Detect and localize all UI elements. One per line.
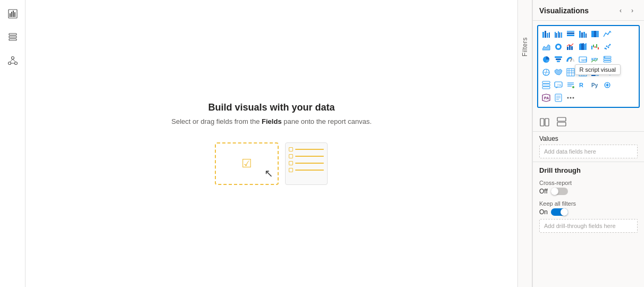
svg-rect-32 (596, 31, 599, 37)
area-chart-icon[interactable] (540, 41, 552, 53)
line-chart-icon[interactable] (601, 28, 613, 40)
values-section: Values Add data fields here (533, 132, 644, 162)
filters-panel[interactable]: Filters (517, 0, 532, 287)
keep-filters-toggle-on-text: On (539, 208, 548, 216)
svg-rect-85 (542, 81, 550, 83)
ribbon-icon[interactable] (577, 41, 589, 53)
cross-report-toggle[interactable] (551, 188, 568, 195)
svg-rect-52 (557, 61, 560, 62)
svg-rect-15 (545, 31, 546, 38)
100-stacked-bar-icon[interactable] (589, 28, 601, 40)
waterfall-icon[interactable] (589, 41, 601, 53)
line-clustered-icon[interactable] (565, 41, 576, 53)
cursor-icon: ↖ (264, 167, 273, 180)
card-icon[interactable]: 123 (577, 54, 589, 65)
filled-map-icon[interactable] (553, 66, 564, 78)
paginated-vis-icon[interactable] (553, 92, 564, 104)
left-sidebar (0, 0, 26, 287)
keep-filters-group: Keep all filters On (539, 200, 638, 216)
vis-row-2 (540, 41, 637, 53)
svg-text:123: 123 (581, 58, 587, 62)
svg-point-45 (608, 47, 609, 48)
scatter-icon[interactable] (601, 41, 613, 53)
svg-point-10 (14, 62, 17, 65)
svg-rect-86 (542, 84, 550, 86)
svg-rect-31 (594, 31, 596, 37)
svg-point-48 (608, 45, 609, 46)
nav-prev-button[interactable]: ‹ (615, 5, 626, 16)
keep-filters-toggle-wrap: On (539, 208, 638, 216)
kpi-icon[interactable]: KPI (589, 54, 601, 65)
svg-point-44 (606, 46, 608, 47)
clustered-column-icon[interactable] (577, 28, 589, 40)
model-sidebar-icon[interactable] (3, 51, 22, 70)
illus-dot (289, 147, 293, 151)
svg-rect-6 (9, 36, 16, 38)
svg-rect-5 (9, 33, 16, 35)
r-script-icon[interactable]: R R script visual (577, 79, 589, 91)
svg-rect-7 (9, 39, 16, 40)
clustered-bar-icon[interactable] (553, 28, 564, 40)
nav-next-button[interactable]: › (627, 5, 638, 16)
svg-line-11 (10, 60, 12, 62)
svg-rect-40 (595, 46, 596, 48)
illustration-list-box (285, 142, 328, 185)
vis-row-6: PA (540, 92, 637, 104)
funnel-icon[interactable] (553, 54, 564, 65)
field-wells (533, 112, 644, 132)
svg-rect-111 (557, 117, 566, 121)
donut-icon[interactable] (553, 41, 564, 53)
keep-filters-toggle[interactable] (551, 208, 568, 216)
panel-header: Visualizations ‹ › (533, 0, 644, 21)
vis-row-3: 123 KPI (540, 54, 637, 65)
map-icon[interactable] (540, 66, 552, 78)
power-apps-icon[interactable]: PA (540, 92, 552, 104)
field-well-columns-icon[interactable] (537, 114, 552, 129)
canvas-content: Build visuals with your data Select or d… (171, 102, 372, 185)
cross-report-toggle-knob (551, 188, 558, 195)
svg-text:?A: ?A (557, 83, 562, 87)
svg-rect-2 (11, 12, 12, 17)
arcgis-icon[interactable] (601, 79, 613, 91)
keep-filters-label: Keep all filters (539, 200, 638, 207)
pie-icon[interactable] (540, 54, 552, 65)
svg-point-46 (609, 44, 611, 46)
multirow-card-icon[interactable] (540, 79, 552, 91)
smart-narrative-icon[interactable] (565, 79, 576, 91)
illus-row-3 (289, 161, 324, 165)
svg-rect-19 (556, 33, 557, 38)
svg-rect-29 (586, 33, 587, 38)
visualizations-panel: Visualizations ‹ › (532, 0, 644, 287)
svg-point-47 (606, 48, 607, 49)
stacked-bar-icon[interactable] (540, 28, 552, 40)
nav-arrows: ‹ › (615, 5, 638, 16)
svg-rect-14 (542, 32, 544, 38)
gauge-icon[interactable] (565, 54, 576, 65)
r-script-tooltip: R script visual (575, 64, 621, 75)
data-sidebar-icon[interactable] (3, 28, 22, 47)
q-and-a-icon[interactable]: ?A (553, 79, 564, 91)
svg-rect-63 (567, 69, 574, 76)
svg-point-60 (604, 57, 605, 58)
stacked-column-icon[interactable] (565, 28, 576, 40)
subtitle-bold: Fields (262, 117, 282, 125)
field-well-rows-icon[interactable] (554, 114, 569, 129)
cross-report-toggle-off-text: Off (539, 188, 548, 195)
svg-point-106 (567, 97, 569, 99)
filters-label[interactable]: Filters (521, 37, 529, 56)
drill-through-section: Drill through Cross-report Off Keep all … (533, 162, 644, 237)
values-drop-zone[interactable]: Add data fields here (539, 145, 638, 158)
slicer-icon[interactable] (601, 54, 613, 65)
svg-rect-110 (545, 119, 549, 126)
canvas-illustration: ☑ ↖ (171, 142, 372, 185)
svg-rect-35 (567, 47, 568, 50)
illus-row-2 (289, 154, 324, 158)
python-icon[interactable]: Py (589, 79, 601, 91)
svg-rect-25 (567, 31, 574, 32)
report-sidebar-icon[interactable] (3, 4, 22, 23)
svg-rect-36 (569, 45, 571, 50)
illus-line (295, 170, 324, 171)
illus-row-1 (289, 147, 324, 151)
drill-fields-drop-zone[interactable]: Add drill-through fields here (539, 219, 638, 233)
more-icon[interactable] (565, 92, 576, 104)
